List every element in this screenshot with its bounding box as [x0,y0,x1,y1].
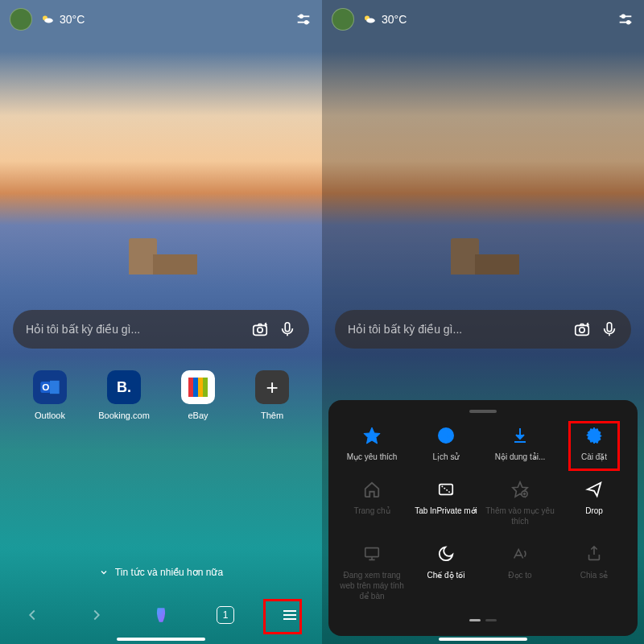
svg-point-1 [44,19,53,23]
menu-label: Nội dung tải... [495,452,546,462]
menu-label: Drop [585,506,603,516]
svg-rect-30 [365,548,379,557]
top-bar: 30°C [0,6,322,32]
menu-favorites[interactable]: Mục yêu thích [336,426,407,462]
weather-icon [362,12,377,27]
svg-point-20 [627,21,630,24]
menu-label: Đang xem trang web trên máy tính để bàn [336,570,407,601]
menu-dark-mode[interactable]: Chế độ tối [411,544,481,601]
nav-copilot[interactable] [147,601,175,630]
svg-point-5 [305,21,308,24]
menu-history[interactable]: Lịch sử [411,426,481,462]
sheet-row-2: Trang chủ Tab InPrivate mới Thêm vào mục… [335,480,631,526]
castle-graphic [113,238,209,290]
avatar[interactable] [10,8,32,31]
nav-forward[interactable] [82,601,111,630]
menu-home: Trang chủ [336,480,407,526]
news-expand[interactable]: Tin tức và nhiều hơn nữa [0,567,322,578]
microphone-icon[interactable] [601,320,618,338]
svg-rect-23 [607,323,612,332]
avatar[interactable] [332,8,354,31]
pager-dot-active [469,619,481,621]
svg-point-7 [258,328,262,332]
weather-chip[interactable]: 30°C [40,12,85,27]
svg-rect-8 [285,323,290,332]
history-icon [436,426,456,445]
home-indicator [117,638,205,641]
tab-count: 1 [217,606,234,624]
menu-inprivate-tab[interactable]: Tab InPrivate mới [411,480,481,526]
sheet-handle[interactable] [469,410,497,413]
nav-tabs[interactable]: 1 [211,601,240,630]
menu-label: Trang chủ [353,506,390,516]
outlook-icon: O [33,370,67,404]
menu-label: Đọc to [508,570,531,580]
quicklink-booking[interactable]: B. Booking.com [92,370,156,420]
sheet-row-1: Mục yêu thích Lịch sử Nội dung tải... Cà… [335,426,631,462]
quicklink-add[interactable]: + Thêm [240,370,304,420]
booking-icon: B. [107,370,141,404]
plus-icon: + [255,370,289,404]
quicklink-label: Outlook [35,411,65,420]
pager-dot [485,619,497,621]
quicklink-ebay[interactable]: eBay [166,370,230,420]
svg-rect-11 [50,381,60,394]
star-icon [362,426,382,445]
moon-icon [437,545,455,563]
send-icon [585,481,603,498]
desktop-icon [363,545,381,563]
microphone-icon[interactable] [279,320,296,338]
highlight-settings [568,421,620,471]
quicklink-outlook[interactable]: O Outlook [18,370,82,420]
star-add-icon [511,481,529,498]
search-placeholder: Hỏi tôi bất kỳ điều gì... [26,323,242,336]
svg-point-19 [621,15,625,19]
menu-label: Mục yêu thích [347,452,398,462]
menu-sheet: Mục yêu thích Lịch sử Nội dung tải... Cà… [328,400,638,636]
share-icon [585,545,603,563]
search-bar[interactable]: Hỏi tôi bất kỳ điều gì... [13,310,309,349]
menu-read-aloud: Đọc to [485,544,555,601]
svg-point-16 [366,19,375,23]
settings-sliders-icon[interactable] [295,10,312,28]
quicklink-label: Thêm [261,411,283,420]
camera-icon[interactable] [573,320,591,338]
top-bar: 30°C [322,6,644,32]
temperature-text: 30°C [60,13,85,26]
sheet-row-3: Đang xem trang web trên máy tính để bàn … [335,544,631,601]
menu-settings[interactable]: Cài đặt [559,426,630,462]
page-indicator [335,619,631,621]
settings-sliders-icon[interactable] [617,10,634,28]
camera-icon[interactable] [251,320,269,338]
search-bar[interactable]: Hỏi tôi bất kỳ điều gì... [335,310,631,349]
svg-text:O: O [42,382,49,392]
menu-add-favorite: Thêm vào mục yêu thích [485,480,555,526]
menu-label: Chia sẻ [580,570,608,580]
menu-share: Chia sẻ [559,544,630,601]
nav-back[interactable] [18,601,47,630]
menu-desktop-site: Đang xem trang web trên máy tính để bàn [336,544,407,601]
quicklink-label: eBay [188,411,208,420]
highlight-menu-button [263,599,302,634]
screenshot-left: 30°C Hỏi tôi bất kỳ điều gì... O Outlook… [0,0,322,644]
weather-chip[interactable]: 30°C [362,12,407,27]
read-aloud-icon [511,545,529,563]
news-label: Tin tức và nhiều hơn nữa [115,567,223,578]
svg-marker-24 [364,427,380,444]
menu-drop[interactable]: Drop [559,480,630,526]
home-icon [363,481,381,498]
svg-point-22 [580,328,584,332]
weather-icon [40,12,55,27]
screenshot-right: 30°C Hỏi tôi bất kỳ điều gì... Mục yêu t… [322,0,644,644]
menu-downloads[interactable]: Nội dung tải... [485,426,555,462]
quicklink-label: Booking.com [98,411,150,420]
menu-label: Tab InPrivate mới [415,506,477,516]
svg-rect-27 [440,485,453,495]
ebay-icon [181,370,215,404]
quick-links: O Outlook B. Booking.com eBay + Thêm [0,370,322,420]
search-placeholder: Hỏi tôi bất kỳ điều gì... [348,323,564,336]
chevron-down-icon [99,568,109,577]
download-icon [510,426,530,445]
inprivate-icon [437,481,455,498]
menu-label: Chế độ tối [427,570,465,580]
